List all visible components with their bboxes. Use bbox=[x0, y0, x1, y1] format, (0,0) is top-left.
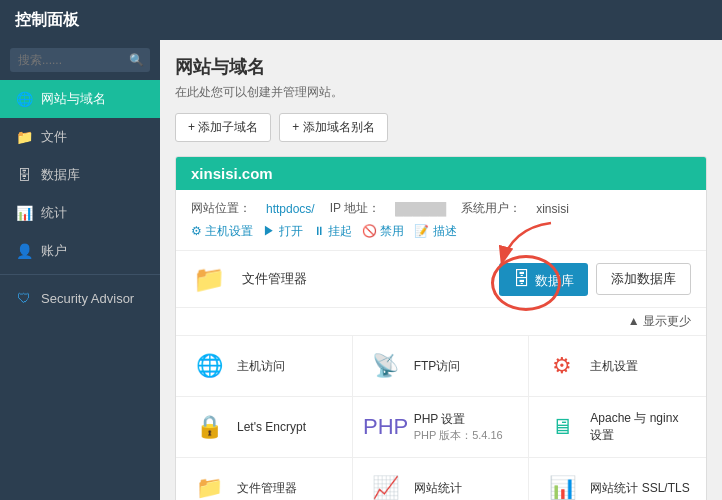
add-subdomain-label: + 添加子域名 bbox=[188, 119, 258, 136]
sidebar-label-security: Security Advisor bbox=[41, 291, 134, 306]
sidebar-label-files: 文件 bbox=[41, 128, 67, 146]
app-label-ftp: FTP访问 bbox=[414, 358, 461, 375]
sidebar-item-security[interactable]: 🛡 Security Advisor bbox=[0, 279, 160, 317]
main-content: 网站与域名 在此处您可以创建并管理网站。 + 添加子域名 + 添加域名别名 xi… bbox=[160, 40, 722, 500]
sidebar-label-account: 账户 bbox=[41, 242, 67, 260]
file-manager-label: 文件管理器 bbox=[242, 270, 307, 288]
php-icon: PHP bbox=[368, 409, 404, 445]
app-host-access[interactable]: 🌐 主机访问 bbox=[176, 336, 353, 397]
top-buttons-row: + 添加子域名 + 添加域名别名 bbox=[175, 113, 707, 142]
ip-label: IP 地址： bbox=[330, 200, 380, 217]
app-apache-nginx[interactable]: 🖥 Apache 与 nginx 设置 bbox=[529, 397, 706, 458]
file-manager-icon: 📁 bbox=[191, 261, 227, 297]
db-button-label: 数据库 bbox=[535, 273, 574, 288]
sidebar-item-stats[interactable]: 📊 统计 bbox=[0, 194, 160, 232]
action-disable[interactable]: 🚫 禁用 bbox=[362, 223, 404, 240]
add-subdomain-button[interactable]: + 添加子域名 bbox=[175, 113, 271, 142]
chart-icon: 📊 bbox=[15, 204, 33, 222]
apache-icon: 🖥 bbox=[544, 409, 580, 445]
folder-icon: 📁 bbox=[15, 128, 33, 146]
app-ssl-tls-stats[interactable]: 📊 网站统计 SSL/TLS bbox=[529, 458, 706, 500]
action-suspend[interactable]: ⏸ 挂起 bbox=[313, 223, 352, 240]
ip-value: ██████ bbox=[395, 202, 446, 216]
host-access-icon: 🌐 bbox=[191, 348, 227, 384]
app-label-file-mgr: 文件管理器 bbox=[237, 480, 297, 497]
app-label-ssl-stats: 网站统计 SSL/TLS bbox=[590, 480, 689, 497]
action-describe[interactable]: 📝 描述 bbox=[414, 223, 456, 240]
domain-info-row: 网站位置： httpdocs/ IP 地址： ██████ 系统用户： xins… bbox=[191, 200, 691, 217]
app-label-lets-encrypt: Let's Encrypt bbox=[237, 420, 306, 434]
app-host-settings[interactable]: ⚙ 主机设置 bbox=[529, 336, 706, 397]
add-alias-button[interactable]: + 添加域名别名 bbox=[279, 113, 387, 142]
sidebar-item-files[interactable]: 📁 文件 bbox=[0, 118, 160, 156]
lets-encrypt-icon: 🔒 bbox=[191, 409, 227, 445]
action-host-settings[interactable]: ⚙ 主机设置 bbox=[191, 223, 253, 240]
database-button[interactable]: 🗄 数据库 bbox=[499, 263, 588, 296]
domain-actions-row: ⚙ 主机设置 ▶ 打开 ⏸ 挂起 🚫 禁用 📝 描述 bbox=[191, 223, 691, 240]
page-title: 网站与域名 bbox=[175, 55, 707, 79]
app-site-stats[interactable]: 📈 网站统计 bbox=[353, 458, 530, 500]
show-more-toggle[interactable]: ▲ 显示更少 bbox=[176, 308, 706, 336]
app-label-host-access: 主机访问 bbox=[237, 358, 285, 375]
domain-info: 网站位置： httpdocs/ IP 地址： ██████ 系统用户： xins… bbox=[176, 190, 706, 251]
header-title: 控制面板 bbox=[15, 10, 79, 31]
sidebar-search-container: 🔍 bbox=[0, 40, 160, 80]
domain-header: xinsisi.com bbox=[176, 157, 706, 190]
app-grid: 🌐 主机访问 📡 FTP访问 ⚙ 主机设置 bbox=[176, 336, 706, 500]
app-lets-encrypt[interactable]: 🔒 Let's Encrypt bbox=[176, 397, 353, 458]
sys-user-label: 系统用户： bbox=[461, 200, 521, 217]
app-php-settings[interactable]: PHP PHP 设置 PHP 版本：5.4.16 bbox=[353, 397, 530, 458]
sidebar-label-websites: 网站与域名 bbox=[41, 90, 106, 108]
show-more-text: ▲ 显示更少 bbox=[628, 314, 691, 328]
page-description: 在此处您可以创建并管理网站。 bbox=[175, 84, 707, 101]
search-wrap: 🔍 bbox=[10, 48, 150, 72]
host-settings-icon: ⚙ bbox=[544, 348, 580, 384]
database-icon: 🗄 bbox=[15, 166, 33, 184]
ssl-chart-icon: 📊 bbox=[544, 470, 580, 500]
app-label-host-settings: 主机设置 bbox=[590, 358, 638, 375]
app-ftp-access[interactable]: 📡 FTP访问 bbox=[353, 336, 530, 397]
files-db-row: 📁 文件管理器 bbox=[176, 251, 706, 308]
sidebar-item-websites[interactable]: 🌐 网站与域名 bbox=[0, 80, 160, 118]
add-database-button[interactable]: 添加数据库 bbox=[596, 263, 691, 295]
app-label-apache: Apache 与 nginx 设置 bbox=[590, 410, 691, 444]
sidebar-item-databases[interactable]: 🗄 数据库 bbox=[0, 156, 160, 194]
domain-name: xinsisi.com bbox=[191, 165, 273, 182]
app-label-site-stats: 网站统计 bbox=[414, 480, 462, 497]
app-label-php: PHP 设置 PHP 版本：5.4.16 bbox=[414, 411, 503, 443]
globe-icon: 🌐 bbox=[15, 90, 33, 108]
main-layout: 🔍 🌐 网站与域名 📁 文件 🗄 数据库 📊 统计 👤 账户 🛡 Securit… bbox=[0, 40, 722, 500]
action-open[interactable]: ▶ 打开 bbox=[263, 223, 302, 240]
ftp-icon: 📡 bbox=[368, 348, 404, 384]
domain-card: xinsisi.com 网站位置： httpdocs/ IP 地址： █████… bbox=[175, 156, 707, 500]
sidebar-label-stats: 统计 bbox=[41, 204, 67, 222]
file-mgr-icon: 📁 bbox=[191, 470, 227, 500]
httpdocs-link[interactable]: httpdocs/ bbox=[266, 202, 315, 216]
app-header: 控制面板 bbox=[0, 0, 722, 40]
app-file-manager[interactable]: 📁 文件管理器 bbox=[176, 458, 353, 500]
site-root-label: 网站位置： bbox=[191, 200, 251, 217]
add-db-label: 添加数据库 bbox=[611, 271, 676, 286]
search-icon: 🔍 bbox=[129, 53, 144, 67]
sidebar-divider bbox=[0, 274, 160, 275]
site-stats-icon: 📈 bbox=[368, 470, 404, 500]
user-icon: 👤 bbox=[15, 242, 33, 260]
add-alias-label: + 添加域名别名 bbox=[292, 119, 374, 136]
sys-user-value: xinsisi bbox=[536, 202, 569, 216]
shield-icon: 🛡 bbox=[15, 289, 33, 307]
db-button-highlight: 🗄 数据库 bbox=[499, 263, 588, 296]
sidebar-item-account[interactable]: 👤 账户 bbox=[0, 232, 160, 270]
sidebar: 🔍 🌐 网站与域名 📁 文件 🗄 数据库 📊 统计 👤 账户 🛡 Securit… bbox=[0, 40, 160, 500]
sidebar-label-databases: 数据库 bbox=[41, 166, 80, 184]
